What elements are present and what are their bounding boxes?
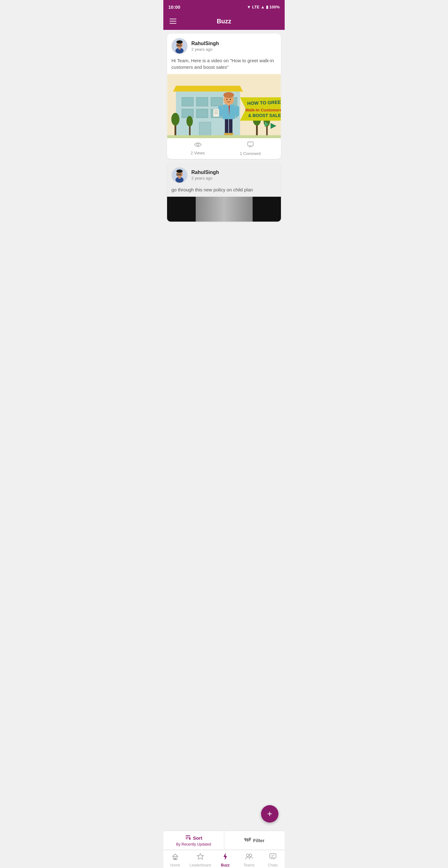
video-svg: HOW TO GREET Walk-In Customers & BOOST S… [167,74,281,138]
nav-item-leaderboard[interactable]: Leaderboard [190,853,211,867]
lte-label: LTE [252,5,259,9]
eye-icon [194,141,202,149]
svg-point-64 [177,174,178,175]
svg-rect-35 [222,104,234,119]
post-header-1: RahulSingh 2 years ago [167,34,281,57]
nav-item-buzz[interactable]: Buzz [216,853,234,867]
post-text-1: Hi Team, Here is a video on "How to gree… [167,57,281,74]
app-header: Buzz [163,14,285,30]
video-thumbnail-1[interactable]: HOW TO GREET Walk-In Customers & BOOST S… [167,74,281,138]
svg-marker-12 [173,86,243,92]
nav-item-teams[interactable]: Teams [239,853,258,867]
bottom-nav: Home Leaderboard Buzz Teams [163,850,285,868]
svg-point-8 [177,45,178,45]
avatar-image-1 [172,39,187,54]
post-actions-1: 2 Views 1 Comment [167,138,281,159]
buzz-icon [222,853,229,862]
svg-rect-25 [189,125,191,135]
status-bar: 10:00 ▼ LTE ▲ ▮ 100% [163,0,285,14]
filter-top: Filter [244,837,264,844]
post-meta-1: RahulSingh 2 years ago [191,41,219,52]
post-time-2: 2 years ago [191,176,219,181]
svg-rect-22 [167,135,281,138]
nav-item-chats[interactable]: Chats [263,853,282,867]
hamburger-line-1 [169,19,177,19]
svg-rect-31 [225,118,228,133]
svg-point-70 [245,838,247,840]
svg-point-60 [177,169,183,173]
battery-label: 100% [269,5,280,9]
svg-point-46 [226,99,227,100]
filter-label: Filter [253,838,264,843]
nav-label-buzz: Buzz [221,863,230,867]
hamburger-line-3 [169,23,177,24]
thumb-center [196,197,253,222]
filter-icon [244,837,251,844]
svg-rect-81 [270,854,276,858]
wifi-icon: ▼ [247,5,251,9]
hamburger-menu[interactable] [168,18,178,25]
svg-point-45 [223,92,234,98]
filter-section[interactable]: Filter [224,833,285,847]
svg-rect-15 [211,97,222,106]
sort-filter-bar: Sort By Recently Updated Filter [163,831,285,850]
avatar-2 [171,167,188,183]
nav-item-home[interactable]: Home [166,853,185,867]
thumb-right [253,197,281,222]
comments-label: 1 Comment [240,151,261,156]
views-label: 2 Views [191,151,205,155]
status-icons: ▼ LTE ▲ ▮ 100% [247,5,280,9]
svg-rect-39 [213,109,219,116]
svg-rect-14 [196,97,208,106]
svg-point-4 [177,40,183,44]
chats-icon [269,853,277,862]
svg-point-74 [249,838,251,840]
svg-point-80 [249,854,252,857]
svg-rect-17 [182,109,193,118]
svg-rect-18 [196,109,208,118]
post-card-2: RahulSingh 2 years ago go through this n… [167,163,281,222]
comment-icon [247,141,254,150]
nav-label-teams: Teams [244,863,255,867]
svg-text:& BOOST SALES: & BOOST SALES [248,113,281,118]
battery-icon: ▮ [266,5,268,9]
views-action[interactable]: 2 Views [171,141,224,156]
fab-add-button[interactable]: + [261,805,279,823]
svg-marker-77 [197,854,203,859]
svg-rect-76 [174,858,176,860]
signal-icon: ▲ [261,5,265,9]
nav-label-leaderboard: Leaderboard [190,863,211,867]
sort-sub-label: By Recently Updated [176,842,211,846]
avatar-1 [171,38,188,54]
svg-point-54 [197,144,199,146]
leaderboard-icon [197,853,204,862]
svg-text:Walk-In Customers: Walk-In Customers [245,108,281,112]
svg-rect-29 [266,125,268,135]
sort-section[interactable]: Sort By Recently Updated [163,831,224,850]
svg-point-79 [247,854,249,857]
page-title: Buzz [217,18,231,25]
nav-label-chats: Chats [268,863,278,867]
main-content: RahulSingh 2 years ago Hi Team, Here is … [163,30,285,831]
avatar-image-2 [172,168,187,183]
svg-rect-55 [248,142,253,146]
home-icon [171,853,179,862]
svg-point-26 [186,116,193,127]
sort-top: Sort [185,834,202,841]
post-author-2: RahulSingh [191,169,219,175]
fab-plus-icon: + [267,809,272,819]
post-header-2: RahulSingh 2 years ago [167,163,281,186]
comments-action[interactable]: 1 Comment [224,141,277,156]
post-text-2: go through this new policy on child plan [167,186,281,197]
post-author-1: RahulSingh [191,41,219,46]
post-time-1: 2 years ago [191,47,219,52]
video-thumbnail-2 [167,197,281,222]
svg-rect-32 [229,118,232,133]
svg-point-72 [247,840,249,841]
svg-point-34 [228,133,234,135]
svg-marker-78 [224,854,227,860]
svg-rect-38 [235,106,239,116]
post-meta-2: RahulSingh 2 years ago [191,169,219,181]
svg-rect-13 [182,97,193,106]
svg-point-9 [180,45,181,45]
